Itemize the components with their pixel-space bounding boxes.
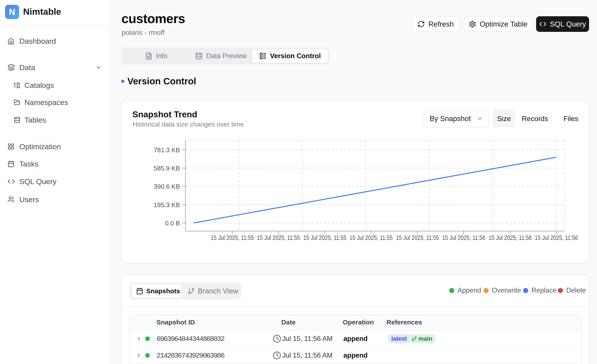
svg-text:15 Jul 2025, 11:56: 15 Jul 2025, 11:56 bbox=[442, 234, 485, 241]
svg-text:15 Jul 2025, 11:56: 15 Jul 2025, 11:56 bbox=[535, 234, 578, 241]
svg-text:15 Jul 2025, 11:55: 15 Jul 2025, 11:55 bbox=[350, 234, 393, 241]
svg-text:781.3 KB: 781.3 KB bbox=[154, 146, 180, 153]
svg-text:0.0 B: 0.0 B bbox=[165, 220, 180, 227]
svg-text:15 Jul 2025, 11:55: 15 Jul 2025, 11:55 bbox=[211, 234, 254, 241]
svg-text:195.3 KB: 195.3 KB bbox=[154, 201, 180, 208]
svg-text:15 Jul 2025, 11:55: 15 Jul 2025, 11:55 bbox=[396, 234, 439, 241]
svg-text:15 Jul 2025, 11:56: 15 Jul 2025, 11:56 bbox=[488, 234, 532, 241]
svg-text:585.9 KB: 585.9 KB bbox=[154, 165, 180, 172]
svg-text:15 Jul 2025, 11:55: 15 Jul 2025, 11:55 bbox=[257, 234, 300, 241]
svg-text:390.6 KB: 390.6 KB bbox=[154, 183, 180, 190]
svg-text:15 Jul 2025, 11:55: 15 Jul 2025, 11:55 bbox=[303, 234, 346, 241]
